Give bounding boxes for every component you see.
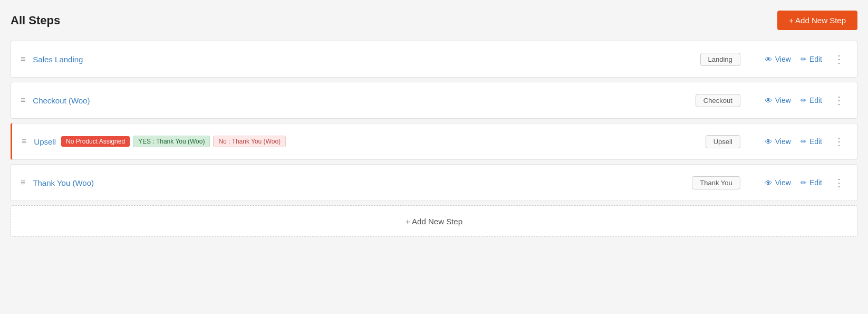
- badge-warning-upsell: No : Thank You (Woo): [213, 136, 286, 147]
- badge-danger-upsell: No Product Assigned: [61, 136, 130, 147]
- step-name-checkout-woo: Checkout (Woo): [33, 96, 696, 105]
- view-label-upsell: View: [775, 137, 791, 146]
- step-card-thank-you-woo: ≡Thank You (Woo)Thank You👁 View✏ Edit⋮: [11, 164, 857, 201]
- drag-handle-thank-you-woo[interactable]: ≡: [21, 178, 25, 187]
- view-button-sales-landing[interactable]: 👁 View: [764, 53, 792, 66]
- view-button-checkout-woo[interactable]: 👁 View: [764, 94, 792, 107]
- view-icon-sales-landing: 👁: [765, 55, 773, 64]
- more-button-sales-landing[interactable]: ⋮: [831, 53, 847, 65]
- edit-label-upsell: Edit: [809, 137, 822, 146]
- edit-label-thank-you-woo: Edit: [809, 178, 822, 187]
- badge-success-upsell: YES : Thank You (Woo): [133, 136, 210, 147]
- view-icon-checkout-woo: 👁: [765, 96, 773, 105]
- more-button-checkout-woo[interactable]: ⋮: [831, 94, 847, 107]
- more-button-thank-you-woo[interactable]: ⋮: [831, 176, 847, 189]
- step-actions-sales-landing: Landing👁 View✏ Edit⋮: [700, 53, 848, 66]
- step-type-badge-checkout-woo: Checkout: [696, 94, 740, 107]
- edit-icon-checkout-woo: ✏: [801, 96, 807, 104]
- view-button-thank-you-woo[interactable]: 👁 View: [764, 176, 792, 189]
- edit-icon-sales-landing: ✏: [801, 55, 807, 63]
- drag-handle-sales-landing[interactable]: ≡: [21, 54, 25, 64]
- add-step-bottom-label: + Add New Step: [406, 217, 462, 226]
- view-icon-upsell: 👁: [765, 137, 773, 146]
- step-badges-upsell: No Product AssignedYES : Thank You (Woo)…: [61, 136, 286, 147]
- edit-label-checkout-woo: Edit: [809, 96, 822, 104]
- step-actions-thank-you-woo: Thank You👁 View✏ Edit⋮: [692, 176, 847, 189]
- step-name-thank-you-woo: Thank You (Woo): [33, 178, 692, 187]
- add-new-step-button[interactable]: + Add New Step: [777, 11, 857, 30]
- step-type-badge-upsell: Upsell: [706, 135, 740, 148]
- step-name-text-thank-you-woo: Thank You (Woo): [33, 178, 94, 187]
- view-icon-thank-you-woo: 👁: [765, 178, 773, 187]
- drag-handle-upsell[interactable]: ≡: [22, 137, 26, 146]
- steps-list: ≡Sales LandingLanding👁 View✏ Edit⋮≡Check…: [11, 41, 857, 201]
- view-label-checkout-woo: View: [775, 96, 791, 104]
- edit-button-thank-you-woo[interactable]: ✏ Edit: [799, 176, 823, 189]
- view-label-thank-you-woo: View: [775, 178, 791, 187]
- step-name-sales-landing: Sales Landing: [33, 55, 700, 64]
- step-name-text-checkout-woo: Checkout (Woo): [33, 96, 90, 105]
- drag-handle-checkout-woo[interactable]: ≡: [21, 96, 25, 105]
- edit-label-sales-landing: Edit: [809, 55, 822, 63]
- more-button-upsell[interactable]: ⋮: [831, 135, 847, 148]
- step-card-upsell: ≡UpsellNo Product AssignedYES : Thank Yo…: [11, 123, 857, 160]
- edit-button-sales-landing[interactable]: ✏ Edit: [799, 53, 823, 65]
- add-step-bottom-card[interactable]: + Add New Step: [11, 205, 857, 237]
- step-name-upsell: UpsellNo Product AssignedYES : Thank You…: [34, 136, 705, 147]
- step-type-badge-sales-landing: Landing: [700, 53, 740, 66]
- step-card-checkout-woo: ≡Checkout (Woo)Checkout👁 View✏ Edit⋮: [11, 82, 857, 119]
- edit-button-upsell[interactable]: ✏ Edit: [799, 135, 823, 148]
- step-actions-upsell: Upsell👁 View✏ Edit⋮: [706, 135, 847, 148]
- step-name-text-upsell: Upsell: [34, 137, 56, 146]
- step-type-badge-thank-you-woo: Thank You: [692, 176, 740, 189]
- view-button-upsell[interactable]: 👁 View: [764, 135, 792, 148]
- step-card-sales-landing: ≡Sales LandingLanding👁 View✏ Edit⋮: [11, 41, 857, 78]
- step-name-text-sales-landing: Sales Landing: [33, 55, 83, 64]
- edit-icon-thank-you-woo: ✏: [801, 178, 807, 187]
- view-label-sales-landing: View: [775, 55, 791, 63]
- step-actions-checkout-woo: Checkout👁 View✏ Edit⋮: [696, 94, 847, 107]
- edit-button-checkout-woo[interactable]: ✏ Edit: [799, 94, 823, 107]
- edit-icon-upsell: ✏: [801, 137, 807, 146]
- page-title: All Steps: [11, 14, 60, 27]
